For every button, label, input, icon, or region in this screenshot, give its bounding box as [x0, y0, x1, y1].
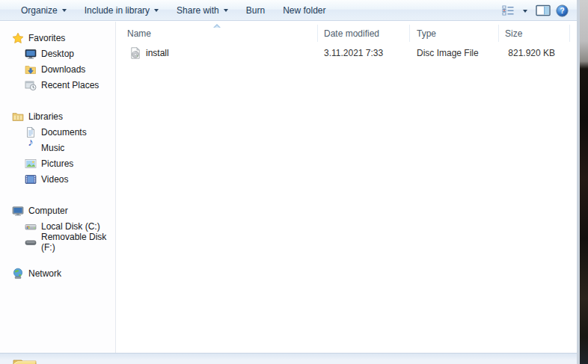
- chevron-down-icon: [523, 10, 527, 13]
- downloads-folder-icon: [25, 64, 37, 75]
- libraries-icon: [12, 111, 24, 123]
- chevron-down-icon: [62, 9, 67, 12]
- list-view-icon: [502, 5, 515, 16]
- sidebar-item-downloads[interactable]: Downloads: [0, 61, 115, 77]
- desktop-background: [580, 0, 588, 364]
- burn-button[interactable]: Burn: [237, 2, 274, 19]
- file-row-install[interactable]: install 3.11.2021 7:33 Disc Image File 8…: [117, 45, 578, 61]
- sidebar-item-favorites[interactable]: Favorites: [0, 30, 115, 46]
- file-name-cell: install: [129, 45, 169, 61]
- help-button[interactable]: ?: [556, 4, 569, 17]
- removable-disk-icon: [25, 236, 37, 248]
- column-header-size[interactable]: Size: [499, 25, 570, 42]
- sort-ascending-icon: [213, 24, 221, 28]
- sidebar-item-music[interactable]: ♪ Music: [0, 140, 115, 155]
- include-in-library-label: Include in library: [85, 5, 150, 16]
- share-with-button[interactable]: Share with: [168, 2, 237, 19]
- sidebar-group-gap: [0, 93, 115, 108]
- help-question-glyph: ?: [560, 7, 564, 15]
- sidebar-item-label: Computer: [28, 206, 68, 216]
- file-date-cell: 3.11.2021 7:33: [324, 45, 383, 61]
- sidebar-item-documents[interactable]: Documents: [0, 124, 115, 140]
- network-icon: [12, 268, 24, 280]
- organize-button[interactable]: Organize: [12, 2, 76, 19]
- folder-icon: [13, 357, 37, 364]
- details-pane: install: [0, 353, 578, 364]
- change-view-button[interactable]: [499, 4, 530, 17]
- column-header-type[interactable]: Type: [410, 25, 499, 42]
- column-header-name[interactable]: Name: [117, 25, 318, 42]
- sidebar-item-label: Favorites: [28, 33, 65, 43]
- desktop-icon: [25, 48, 37, 60]
- chevron-down-icon: [224, 9, 228, 12]
- sidebar-item-computer[interactable]: Computer: [0, 203, 115, 218]
- sidebar-item-network[interactable]: Network: [0, 265, 115, 281]
- organize-label: Organize: [21, 5, 58, 16]
- film-icon: [25, 173, 37, 185]
- explorer-window: Organize Include in library Share with B…: [0, 0, 578, 364]
- command-toolbar: Organize Include in library Share with B…: [0, 0, 578, 21]
- new-folder-button[interactable]: New folder: [274, 2, 334, 19]
- sidebar-item-libraries[interactable]: Libraries: [0, 108, 115, 124]
- column-header-date-modified[interactable]: Date modified: [318, 25, 410, 42]
- include-in-library-button[interactable]: Include in library: [76, 2, 168, 19]
- file-type-cell: Disc Image File: [417, 45, 479, 61]
- sidebar-item-removable-disk-f[interactable]: Removable Disk (F:): [0, 234, 115, 250]
- sidebar-item-videos[interactable]: Videos: [0, 171, 115, 187]
- sidebar-item-label: Libraries: [28, 111, 63, 122]
- sidebar-item-label: Removable Disk (F:): [41, 232, 115, 253]
- chevron-down-icon: [154, 9, 159, 12]
- sidebar-item-label: Documents: [41, 127, 87, 138]
- sidebar-group-gap: [0, 187, 115, 203]
- sidebar-item-recent-places[interactable]: Recent Places: [0, 77, 115, 93]
- recent-places-icon: [25, 79, 37, 91]
- column-header-label: Type: [417, 28, 436, 39]
- file-list-area: Name Date modified Type Size: [117, 22, 578, 353]
- navigation-pane: Favorites Desktop: [0, 22, 116, 353]
- burn-label: Burn: [246, 5, 265, 16]
- sidebar-item-label: Videos: [41, 174, 68, 185]
- column-header-label: Date modified: [324, 28, 379, 39]
- sidebar-item-label: Recent Places: [41, 80, 99, 90]
- new-folder-label: New folder: [283, 5, 325, 16]
- sidebar-item-label: Network: [28, 268, 61, 279]
- disc-image-file-icon: [129, 47, 141, 59]
- sidebar-item-label: Local Disk (C:): [41, 221, 100, 232]
- sidebar-item-label: Downloads: [41, 64, 85, 75]
- column-header-label: Name: [127, 28, 151, 39]
- favorites-star-icon: [12, 32, 24, 44]
- music-note-icon: ♪: [25, 142, 37, 154]
- sidebar-item-label: Pictures: [41, 158, 73, 169]
- picture-icon: [25, 158, 37, 170]
- sidebar-item-desktop[interactable]: Desktop: [0, 46, 115, 61]
- file-name-label: install: [146, 48, 169, 58]
- sidebar-item-label: Music: [41, 143, 64, 153]
- column-headers: Name Date modified Type Size: [117, 25, 578, 42]
- hard-disk-icon: [25, 220, 37, 232]
- file-size-cell: 821.920 KB: [499, 45, 570, 61]
- computer-icon: [12, 205, 24, 217]
- preview-pane-button[interactable]: [536, 4, 551, 16]
- column-header-label: Size: [505, 28, 522, 39]
- share-with-label: Share with: [177, 5, 219, 16]
- sidebar-item-pictures[interactable]: Pictures: [0, 155, 115, 171]
- view-controls: ?: [499, 0, 569, 21]
- content-area: Favorites Desktop: [0, 22, 578, 353]
- sidebar-item-label: Desktop: [41, 49, 74, 59]
